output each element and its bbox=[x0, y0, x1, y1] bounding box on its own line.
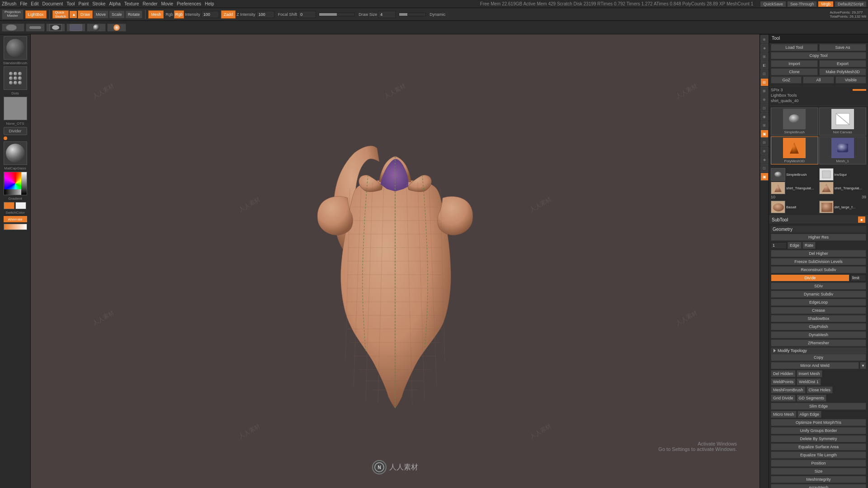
mesh-integrity-btn[interactable]: MeshIntegrity bbox=[771, 476, 866, 483]
mirror-weld-expand[interactable]: ▼ bbox=[860, 362, 866, 369]
ri-btn-6[interactable]: ⊟ bbox=[760, 78, 769, 86]
mesh-btn[interactable]: Mesh bbox=[148, 10, 164, 19]
sdiv-val[interactable]: 1 bbox=[771, 242, 787, 249]
menu-alpha[interactable]: Alpha bbox=[109, 1, 121, 6]
color-picker[interactable] bbox=[4, 172, 27, 195]
grid-divide-btn[interactable]: Grid Divide bbox=[771, 394, 796, 402]
menu-paint[interactable]: Paint bbox=[79, 1, 89, 6]
draw-size-val[interactable]: 4 bbox=[378, 11, 396, 18]
dynamesh-btn[interactable]: DynaMesh bbox=[771, 331, 866, 338]
shirt-triang1-thumb[interactable] bbox=[771, 182, 785, 194]
copy-btn[interactable]: Copy bbox=[771, 354, 866, 361]
unify-groups-btn[interactable]: Unify Groups Border bbox=[771, 427, 866, 434]
size-btn[interactable]: Size bbox=[771, 468, 866, 475]
basalt2-thumb[interactable] bbox=[819, 201, 834, 213]
gradient-bar[interactable] bbox=[4, 224, 27, 230]
ri-btn-9[interactable]: ⊡ bbox=[760, 104, 769, 112]
mesh-from-brush-btn[interactable]: MeshFromBrush bbox=[771, 386, 806, 394]
ri-btn-13[interactable]: ⊟ bbox=[760, 138, 769, 146]
crease-btn[interactable]: Crease bbox=[771, 307, 866, 314]
micro-mesh-btn[interactable]: Micro Mesh bbox=[771, 411, 797, 418]
rotate-btn[interactable]: Rotate bbox=[125, 10, 143, 19]
menu-stroke[interactable]: Stroke bbox=[92, 1, 105, 6]
material-sphere-thumb[interactable] bbox=[4, 141, 27, 165]
projection-master-btn[interactable]: ProjectionMaster bbox=[2, 9, 24, 19]
texture-btn[interactable] bbox=[66, 23, 85, 32]
defaultzscript-btn[interactable]: DefaultZScript bbox=[835, 1, 866, 7]
z-intensity-val[interactable]: 100 bbox=[256, 11, 274, 18]
reconstruct-subdiv-btn[interactable]: Reconstruct Subdiv bbox=[771, 266, 866, 273]
optimize-btn[interactable]: Optimize Point MorphTris bbox=[771, 419, 866, 426]
all-btn[interactable]: All bbox=[803, 76, 834, 84]
ri-btn-15[interactable]: ◈ bbox=[760, 155, 769, 164]
rgb-btn[interactable]: Rgb bbox=[174, 10, 184, 19]
color-btn[interactable] bbox=[107, 23, 126, 32]
ri-btn-2[interactable]: ◈ bbox=[760, 44, 769, 52]
quicksave-btn[interactable]: QuickSave bbox=[760, 1, 786, 7]
menu-preferences[interactable]: Preferences bbox=[177, 1, 201, 6]
ri-btn-10[interactable]: ◉ bbox=[760, 113, 769, 121]
edge-btn[interactable]: Edge bbox=[788, 242, 802, 249]
ri-btn-3[interactable]: ⊞ bbox=[760, 52, 769, 61]
divider-btn[interactable]: Divider bbox=[4, 127, 27, 135]
mirror-weld-btn[interactable]: Mirror And Weld bbox=[771, 362, 859, 369]
align-edge-btn[interactable]: Align Edge bbox=[797, 411, 822, 418]
equalize-tile-btn[interactable]: Equalize Tile Length bbox=[771, 451, 866, 459]
dynamic-subdiv-btn[interactable]: Dynamic Subdiv bbox=[771, 291, 866, 298]
alternate-btn[interactable]: Alternate bbox=[4, 216, 27, 222]
insert-mesh-btn[interactable]: Insert Mesh bbox=[797, 370, 822, 377]
draw-btn[interactable]: Draw bbox=[78, 10, 93, 19]
ri-btn-17[interactable]: ▣ bbox=[760, 173, 769, 181]
ri-btn-1[interactable]: ⊕ bbox=[760, 35, 769, 43]
sdiv-btn[interactable]: SDiv bbox=[771, 282, 866, 290]
subtool-orange-btn[interactable]: ■ bbox=[858, 216, 865, 223]
claypolish-btn[interactable]: ClayPolish bbox=[771, 323, 866, 330]
zadd-btn[interactable]: Zadd bbox=[221, 10, 236, 19]
weld-dist-btn[interactable]: WeldDist 1 bbox=[797, 378, 821, 385]
zremesher-btn[interactable]: ZRemesher bbox=[771, 339, 866, 347]
make-polymesh-btn[interactable]: Make PolyMesh3D bbox=[819, 68, 866, 75]
modify-topology-header[interactable]: Modify Topology bbox=[771, 347, 866, 354]
basalt-thumb[interactable] bbox=[771, 201, 785, 213]
divide-btn[interactable]: Divide bbox=[771, 274, 849, 282]
clone-btn[interactable]: Clone bbox=[771, 68, 818, 75]
load-tool-btn[interactable]: Load Tool bbox=[771, 44, 818, 51]
alpha-btn[interactable] bbox=[46, 23, 65, 32]
simplebrush-thumb[interactable]: SimpleBrush bbox=[771, 108, 818, 136]
import-btn[interactable]: Import bbox=[771, 60, 818, 67]
close-holes-btn[interactable]: Close Holes bbox=[807, 386, 833, 394]
focal-shift-val[interactable]: 0 bbox=[298, 11, 316, 18]
notcanvas-thumb[interactable]: Not Canvas bbox=[819, 108, 867, 136]
menu-help[interactable]: Help bbox=[205, 1, 214, 6]
goz-btn[interactable]: GoZ bbox=[771, 76, 802, 84]
scale-btn[interactable]: Scale bbox=[109, 10, 125, 19]
menu-render[interactable]: Render bbox=[143, 1, 158, 6]
menu-movie[interactable]: Movie bbox=[161, 1, 173, 6]
ri-btn-11[interactable]: ⊞ bbox=[760, 121, 769, 129]
ri-btn-7[interactable]: ⊠ bbox=[760, 87, 769, 95]
delete-symmetry-btn[interactable]: Delete By Symmetry bbox=[771, 435, 866, 442]
del-higher-btn[interactable]: Del Higher bbox=[771, 250, 866, 257]
brush-dots-thumb[interactable] bbox=[4, 66, 27, 90]
brush-standard-thumb[interactable] bbox=[4, 36, 27, 60]
edgeloop-btn[interactable]: EdgeLoop bbox=[771, 299, 866, 306]
brush-sel-btn[interactable] bbox=[2, 23, 24, 32]
quick-sketch-btn[interactable]: QuickSketch bbox=[52, 10, 69, 19]
equalize-surface-btn[interactable]: Equalize Surface Area bbox=[771, 443, 866, 450]
ri-btn-12[interactable]: ▣ bbox=[760, 130, 769, 138]
del-hidden-btn[interactable]: Del Hidden bbox=[771, 370, 796, 377]
grey-thumb[interactable] bbox=[4, 97, 27, 120]
shadowbox-btn[interactable]: ShadowBox bbox=[771, 315, 866, 322]
higher-res-btn[interactable]: Higher Res bbox=[771, 234, 866, 241]
move-btn[interactable]: Move bbox=[93, 10, 108, 19]
mesh1-thumb[interactable]: Mesh_1 bbox=[819, 136, 867, 164]
ri-btn-8[interactable]: ⊕ bbox=[760, 95, 769, 103]
slim-edge-btn[interactable]: Slim Edge bbox=[771, 403, 866, 410]
lightbox-btn[interactable]: LightBox bbox=[25, 10, 47, 19]
weld-points-btn[interactable]: WeldPoints bbox=[771, 378, 796, 385]
menu-zbrush[interactable]: ZBrush bbox=[2, 1, 16, 6]
polymesh3d-thumb[interactable]: PolyMesh3D bbox=[771, 136, 818, 164]
swatch-foreground[interactable] bbox=[4, 202, 14, 209]
menu-texture[interactable]: Texture bbox=[124, 1, 139, 6]
simpbrush-small-thumb[interactable] bbox=[771, 168, 785, 181]
